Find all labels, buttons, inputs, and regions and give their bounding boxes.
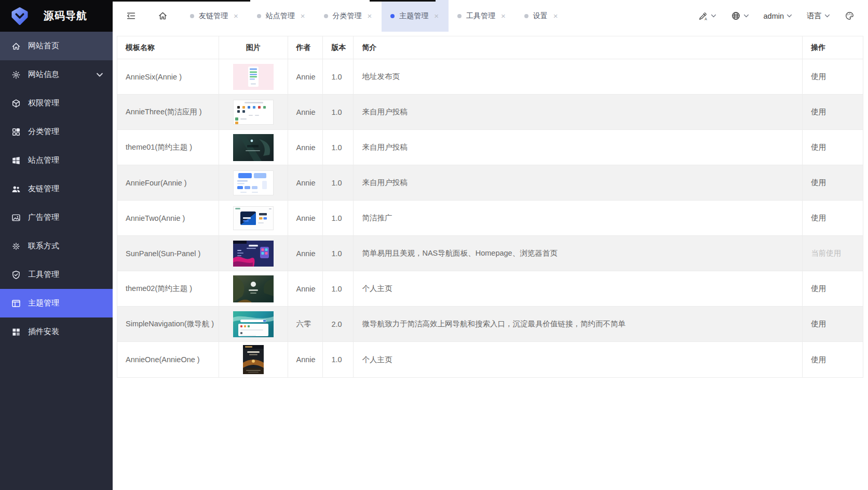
- action-cell: 使用: [803, 307, 863, 342]
- description-cell: 地址发布页: [354, 59, 803, 95]
- author-cell: 六零: [288, 307, 323, 342]
- table-row: AnnieThree(简洁应用 ) Annie 1.0 来自用户投稿 使用: [117, 95, 863, 130]
- gear-icon: [11, 70, 21, 80]
- tab-4[interactable]: 工具管理 ×: [449, 0, 516, 32]
- sidebar-item-site-windows[interactable]: 站点管理: [0, 146, 113, 175]
- user-menu[interactable]: admin: [764, 12, 793, 20]
- sidebar-item-users[interactable]: 友链管理: [0, 175, 113, 203]
- sidebar-item-image[interactable]: 广告管理: [0, 203, 113, 232]
- chevron-down-icon: [743, 14, 749, 18]
- action-use-button[interactable]: 使用: [811, 284, 826, 294]
- tab-close-icon[interactable]: ×: [233, 11, 239, 21]
- action-use-button[interactable]: 使用: [811, 107, 826, 117]
- action-use-button[interactable]: 使用: [811, 319, 826, 329]
- action-cell: 当前使用: [803, 236, 863, 271]
- tab-close-icon[interactable]: ×: [367, 11, 373, 21]
- thumbnail-cell: [219, 307, 288, 342]
- sidebar-item-home[interactable]: 网站首页: [0, 32, 113, 60]
- brand-logo-icon: [9, 6, 30, 27]
- globe-menu[interactable]: [731, 11, 749, 21]
- sidebar-item-contact-spark[interactable]: 联系方式: [0, 232, 113, 260]
- author-cell: Annie: [288, 59, 323, 95]
- tab-3[interactable]: 主题管理 ×: [382, 0, 449, 32]
- chevron-down-icon: [96, 71, 103, 78]
- cube-icon: [11, 99, 21, 108]
- translate-menu[interactable]: A: [698, 11, 716, 21]
- description-cell: 微导航致力于简洁高效上网导航和搜索入口，沉淀最具价值链接，简约而不简单: [354, 307, 803, 342]
- site-windows-icon: [11, 156, 21, 165]
- table-row: AnnieFour(Annie ) Annie 1.0 来自用户投稿 使用: [117, 165, 863, 201]
- image-icon: [11, 213, 21, 222]
- tab-label: 设置: [533, 11, 548, 21]
- action-use-button[interactable]: 使用: [811, 213, 826, 223]
- theme-thumbnail: [233, 206, 274, 230]
- tab-0[interactable]: 友链管理 ×: [181, 0, 248, 32]
- users-icon: [11, 184, 21, 194]
- sidebar-item-theme-layout[interactable]: 主题管理: [0, 289, 113, 317]
- table-header-row: 模板名称图片作者版本简介操作: [117, 36, 863, 59]
- tab-dot: [190, 14, 194, 18]
- tab-bar: 友链管理 × 站点管理 × 分类管理 × 主题管理 × 工具管理 × 设置 ×: [181, 0, 568, 32]
- table-row: SunPanel(Sun-Panel ) Annie 1.0 简单易用且美观，N…: [117, 236, 863, 271]
- sidebar-item-cube[interactable]: 权限管理: [0, 89, 113, 117]
- tab-5[interactable]: 设置 ×: [516, 0, 568, 32]
- tab-label: 站点管理: [266, 11, 295, 21]
- theme-thumbnail: [243, 345, 264, 374]
- action-cell: 使用: [803, 165, 863, 201]
- sidebar-item-shield-check[interactable]: 工具管理: [0, 260, 113, 289]
- theme-thumbnail: [233, 275, 274, 302]
- table-row: AnnieSix(Annie ) Annie 1.0 地址发布页 使用: [117, 59, 863, 95]
- palette-icon[interactable]: [845, 11, 855, 21]
- version-cell: 1.0: [323, 236, 354, 271]
- tab-label: 分类管理: [333, 11, 362, 21]
- action-use-button[interactable]: 使用: [811, 72, 826, 82]
- table-row: theme01(简约主题 ) Annie 1.0 来自用户投稿 使用: [117, 130, 863, 165]
- app-window: 源码导航 友链管理 × 站点管理 × 分类管理 × 主题管理 × 工具管理 × …: [0, 0, 868, 490]
- sidebar-item-gear[interactable]: 网站信息: [0, 60, 113, 89]
- top-edge-artifact: [370, 0, 436, 2]
- description-cell: 个人主页: [354, 271, 803, 307]
- column-header: 图片: [219, 36, 288, 59]
- menu-fold-icon[interactable]: [126, 11, 136, 21]
- sidebar-item-label: 友链管理: [28, 184, 103, 194]
- version-cell: 1.0: [323, 165, 354, 201]
- thumbnail-cell: [219, 165, 288, 201]
- username: admin: [764, 12, 784, 20]
- theme-thumbnail: [233, 241, 274, 267]
- chevron-down-icon: [786, 14, 792, 18]
- thumbnail-cell: [219, 201, 288, 236]
- sidebar-item-label: 工具管理: [28, 270, 103, 280]
- action-cell: 使用: [803, 201, 863, 236]
- tab-close-icon[interactable]: ×: [552, 11, 559, 21]
- tab-2[interactable]: 分类管理 ×: [315, 0, 382, 32]
- author-cell: Annie: [288, 236, 323, 271]
- sidebar-item-label: 站点管理: [28, 155, 103, 165]
- tab-close-icon[interactable]: ×: [500, 11, 507, 21]
- theme-thumbnail: [233, 100, 274, 125]
- sidebar-item-category-grid[interactable]: 分类管理: [0, 117, 113, 146]
- home-outline-icon[interactable]: [158, 11, 168, 21]
- thumbnail-cell: [219, 236, 288, 271]
- tab-dot: [324, 14, 328, 18]
- author-cell: Annie: [288, 271, 323, 307]
- thumbnail-cell: [219, 59, 288, 95]
- sidebar-item-label: 网站信息: [28, 70, 96, 80]
- svg-text:A: A: [704, 17, 707, 21]
- description-cell: 来自用户投稿: [354, 95, 803, 130]
- tab-close-icon[interactable]: ×: [433, 11, 440, 21]
- sidebar-item-plugin-grid[interactable]: 插件安装: [0, 317, 113, 346]
- action-use-button[interactable]: 使用: [811, 355, 826, 365]
- action-use-button[interactable]: 使用: [811, 178, 826, 188]
- version-cell: 1.0: [323, 95, 354, 130]
- action-use-button[interactable]: 使用: [811, 142, 826, 152]
- sidebar-item-label: 联系方式: [28, 241, 103, 251]
- column-header: 操作: [803, 36, 863, 59]
- tab-1[interactable]: 站点管理 ×: [248, 0, 315, 32]
- thumbnail-cell: [219, 95, 288, 130]
- author-cell: Annie: [288, 201, 323, 236]
- template-name-cell: AnnieFour(Annie ): [117, 165, 219, 201]
- template-name-cell: AnnieTwo(Annie ): [117, 201, 219, 236]
- tab-close-icon[interactable]: ×: [300, 11, 306, 21]
- language-menu[interactable]: 语言: [807, 11, 830, 21]
- globe-icon: [731, 11, 741, 21]
